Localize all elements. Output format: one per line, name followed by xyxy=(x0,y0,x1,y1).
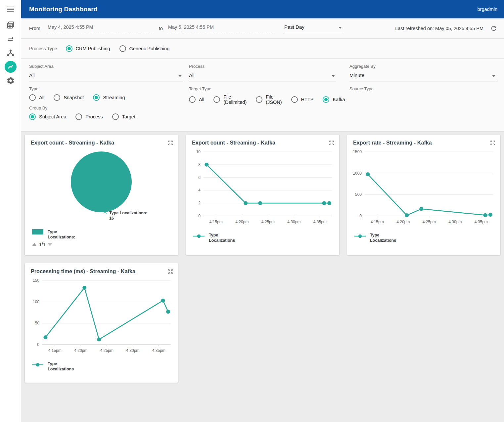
radio-target-all[interactable]: All xyxy=(189,96,204,103)
svg-text:6: 6 xyxy=(198,175,201,180)
radio-label: Generic Publishing xyxy=(129,46,170,51)
sidebar-item-hierarchy[interactable] xyxy=(0,46,21,60)
svg-text:10: 10 xyxy=(196,149,201,154)
svg-text:4:30pm: 4:30pm xyxy=(448,220,462,224)
username[interactable]: brgadmin xyxy=(478,7,497,12)
pie-chart: Type Localizations:16 xyxy=(25,146,178,227)
svg-text:500: 500 xyxy=(355,192,362,197)
chart-title: Export count - Streaming - Kafka xyxy=(192,140,275,146)
chart-card-export-rate-line: Export rate - Streaming - Kafka 05001000… xyxy=(347,135,500,255)
radio-groupby-process[interactable]: Process xyxy=(75,113,103,120)
from-label: From xyxy=(29,26,40,31)
group-by-label: Group By xyxy=(29,106,183,110)
radio-target-file-json[interactable]: File (JSON) xyxy=(256,94,282,105)
source-type-group: Source Type xyxy=(349,86,497,91)
chart-card-export-count-pie: Export count - Streaming - Kafka Type Lo… xyxy=(25,135,178,255)
to-date-input[interactable]: May 5, 2025 4:55 PM xyxy=(167,24,275,33)
svg-text:4:25pm: 4:25pm xyxy=(261,220,275,224)
svg-text:1000: 1000 xyxy=(353,171,362,176)
svg-text:1500: 1500 xyxy=(353,149,362,154)
tables-icon xyxy=(6,21,15,29)
swap-arrows-icon xyxy=(6,35,15,43)
sidebar-item-monitoring[interactable] xyxy=(0,60,21,74)
from-date-input[interactable]: May 4, 2025 4:55 PM xyxy=(47,24,154,33)
pager-text: 1/1 xyxy=(39,242,45,247)
date-range-toolbar: From May 4, 2025 4:55 PM to May 5, 2025 … xyxy=(21,18,504,39)
svg-text:4:30pm: 4:30pm xyxy=(287,220,300,224)
svg-text:4: 4 xyxy=(198,188,201,192)
source-type-label: Source Type xyxy=(349,86,497,91)
radio-target-file-delimited[interactable]: File (Delimited) xyxy=(213,94,247,105)
legend-line-icon xyxy=(193,233,205,239)
type-group: Type All Snapshot Streaming xyxy=(29,86,183,101)
to-label: to xyxy=(159,26,163,31)
sidebar-item-tables[interactable] xyxy=(0,18,21,32)
svg-text:4:35pm: 4:35pm xyxy=(475,220,488,224)
line-chart: 0501001504:15pm4:20pm4:25pm4:30pm4:35pm xyxy=(25,274,178,357)
chart-title: Processing time (ms) - Streaming - Kafka xyxy=(31,269,135,274)
app-root: Monitoring Dashboard brgadmin From May 4… xyxy=(0,0,504,422)
svg-text:4:35pm: 4:35pm xyxy=(313,220,327,224)
expand-icon[interactable] xyxy=(167,269,173,274)
sidebar-item-transfers[interactable] xyxy=(0,32,21,46)
radio-target-http[interactable]: HTTP xyxy=(291,96,314,103)
radio-target-kafka[interactable]: Kafka xyxy=(323,96,345,103)
radio-groupby-target[interactable]: Target xyxy=(112,113,135,120)
pager-down-icon[interactable] xyxy=(48,243,52,246)
process-select[interactable]: All xyxy=(189,72,336,81)
legend-item[interactable]: Type Localizations xyxy=(193,232,339,243)
dashboard-content: Export count - Streaming - Kafka Type Lo… xyxy=(21,132,504,422)
from-date-value: May 4, 2025 4:55 PM xyxy=(48,24,93,30)
subject-area-label: Subject Area xyxy=(29,64,183,69)
radio-crm-publishing[interactable]: CRM Publishing xyxy=(66,45,110,52)
legend-pager: 1/1 xyxy=(32,242,178,247)
type-label: Type xyxy=(29,86,183,91)
legend-label: Type Localizations: xyxy=(48,229,82,240)
aggregate-by-label: Aggregate By xyxy=(349,64,497,69)
radio-type-all[interactable]: All xyxy=(29,94,44,101)
pager-up-icon[interactable] xyxy=(32,243,37,246)
page-title: Monitoring Dashboard xyxy=(29,6,98,13)
chart-title: Export rate - Streaming - Kafka xyxy=(353,140,432,146)
legend-item[interactable]: Type Localizations: xyxy=(32,229,178,240)
range-select[interactable]: Past Day xyxy=(284,23,343,33)
expand-icon[interactable] xyxy=(490,140,496,146)
chart-card-export-count-line: Export count - Streaming - Kafka 0246810… xyxy=(186,135,339,255)
line-chart: 02468104:15pm4:20pm4:25pm4:30pm4:35pm xyxy=(186,146,339,228)
expand-icon[interactable] xyxy=(329,140,335,146)
refresh-area: Last refreshed on: May 05, 2025 4:55 PM xyxy=(395,25,497,32)
menu-icon[interactable] xyxy=(7,0,14,18)
filters-column-1: Subject Area All Type All xyxy=(29,64,183,125)
aggregate-by-field: Aggregate By Minute xyxy=(349,64,497,81)
svg-text:8: 8 xyxy=(198,162,201,167)
svg-text:0: 0 xyxy=(198,214,201,218)
radio-groupby-subject-area[interactable]: Subject Area xyxy=(29,113,66,120)
subject-area-select[interactable]: All xyxy=(29,72,183,81)
radio-type-snapshot[interactable]: Snapshot xyxy=(54,94,84,101)
radio-circle xyxy=(66,45,72,52)
svg-text:4:20pm: 4:20pm xyxy=(235,220,249,224)
svg-text:Type Localizations:: Type Localizations: xyxy=(109,211,147,215)
legend-item[interactable]: Type Localizations xyxy=(32,361,178,372)
expand-icon[interactable] xyxy=(167,140,173,146)
process-type-label: Process Type xyxy=(29,46,57,51)
radio-generic-publishing[interactable]: Generic Publishing xyxy=(119,45,170,52)
svg-text:150: 150 xyxy=(33,278,39,283)
refresh-icon[interactable] xyxy=(490,25,497,32)
svg-text:4:15pm: 4:15pm xyxy=(48,348,62,353)
sidebar xyxy=(0,0,21,422)
sidebar-item-settings[interactable] xyxy=(0,74,21,88)
last-refreshed-text: Last refreshed on: May 05, 2025 4:55 PM xyxy=(395,26,483,31)
svg-text:4:35pm: 4:35pm xyxy=(152,348,165,353)
radio-type-streaming[interactable]: Streaming xyxy=(93,94,125,101)
svg-text:4:30pm: 4:30pm xyxy=(126,348,139,353)
group-by-group: Group By Subject Area Process Target xyxy=(29,106,183,120)
legend-label: Type Localizations xyxy=(209,232,243,243)
filters-panel: Subject Area All Type All xyxy=(21,59,504,132)
range-value: Past Day xyxy=(284,24,304,30)
legend-item[interactable]: Type Localizations xyxy=(354,232,500,243)
svg-text:4:15pm: 4:15pm xyxy=(209,220,223,224)
legend-line-icon xyxy=(32,362,43,368)
aggregate-by-select[interactable]: Minute xyxy=(349,72,497,81)
chevron-down-icon xyxy=(339,27,342,29)
